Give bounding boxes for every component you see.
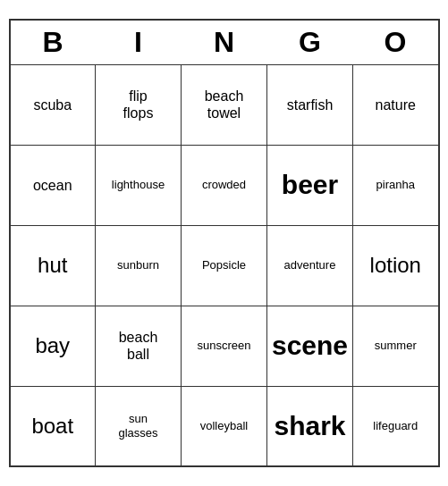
bingo-cell-3-0: bay: [10, 306, 96, 386]
bingo-letter-b: B: [10, 20, 96, 65]
bingo-letter-o: O: [353, 20, 439, 65]
cell-label: piranha: [357, 178, 435, 192]
cell-label: lifeguard: [357, 419, 435, 433]
bingo-cell-4-0: boat: [10, 386, 96, 466]
bingo-row-4: boatsunglassesvolleyballsharklifeguard: [10, 386, 439, 466]
bingo-cell-1-3: beer: [267, 145, 353, 225]
cell-label: scuba: [14, 96, 92, 113]
cell-label: bay: [14, 333, 92, 359]
cell-label: volleyball: [185, 419, 263, 433]
bingo-cell-1-1: lighthouse: [96, 145, 182, 225]
bingo-cell-4-4: lifeguard: [353, 386, 439, 466]
bingo-cell-4-1: sunglasses: [96, 386, 182, 466]
bingo-cell-2-1: sunburn: [96, 225, 182, 306]
bingo-cell-2-3: adventure: [267, 225, 353, 306]
bingo-letter-i: I: [96, 20, 182, 65]
cell-label: hut: [14, 253, 92, 279]
bingo-cell-0-1: flipflops: [96, 64, 182, 145]
cell-label: summer: [357, 339, 435, 353]
cell-label: nature: [357, 96, 435, 113]
cell-label: ocean: [14, 177, 92, 194]
bingo-cell-1-0: ocean: [10, 145, 96, 225]
cell-label: scene: [271, 330, 349, 362]
bingo-letter-g: G: [267, 20, 353, 65]
bingo-cell-4-3: shark: [267, 386, 353, 466]
bingo-row-3: baybeachballsunscreenscenesummer: [10, 306, 439, 386]
bingo-cell-0-2: beachtowel: [182, 64, 267, 145]
bingo-cell-3-2: sunscreen: [182, 306, 267, 386]
bingo-cell-2-4: lotion: [353, 225, 439, 306]
cell-label: sunscreen: [185, 339, 263, 353]
bingo-header: BINGO: [10, 20, 439, 65]
bingo-cell-4-2: volleyball: [182, 386, 267, 466]
cell-label: shark: [271, 410, 349, 442]
cell-label: flipflops: [99, 88, 177, 122]
bingo-cell-1-2: crowded: [182, 145, 267, 225]
bingo-cell-2-2: Popsicle: [182, 225, 267, 306]
cell-label: adventure: [271, 258, 349, 272]
bingo-row-2: hutsunburnPopsicleadventurelotion: [10, 225, 439, 306]
cell-label: lighthouse: [99, 178, 177, 192]
bingo-cell-3-4: summer: [353, 306, 439, 386]
bingo-cell-3-3: scene: [267, 306, 353, 386]
cell-label: Popsicle: [185, 258, 263, 272]
cell-label: sunglasses: [99, 412, 177, 440]
cell-label: sunburn: [99, 258, 177, 272]
bingo-card: BINGO scubaflipflopsbeachtowelstarfishna…: [9, 19, 440, 468]
bingo-cell-0-0: scuba: [10, 64, 96, 145]
cell-label: boat: [14, 414, 92, 440]
cell-label: starfish: [271, 96, 349, 113]
bingo-letter-n: N: [182, 20, 267, 65]
cell-label: lotion: [357, 253, 435, 279]
cell-label: beer: [271, 169, 349, 201]
bingo-cell-1-4: piranha: [353, 145, 439, 225]
bingo-cell-0-4: nature: [353, 64, 439, 145]
cell-label: beachball: [99, 329, 177, 363]
bingo-cell-3-1: beachball: [96, 306, 182, 386]
bingo-cell-0-3: starfish: [267, 64, 353, 145]
bingo-cell-2-0: hut: [10, 225, 96, 306]
bingo-row-0: scubaflipflopsbeachtowelstarfishnature: [10, 64, 439, 145]
cell-label: beachtowel: [185, 88, 263, 122]
bingo-row-1: oceanlighthousecrowdedbeerpiranha: [10, 145, 439, 225]
cell-label: crowded: [185, 178, 263, 192]
